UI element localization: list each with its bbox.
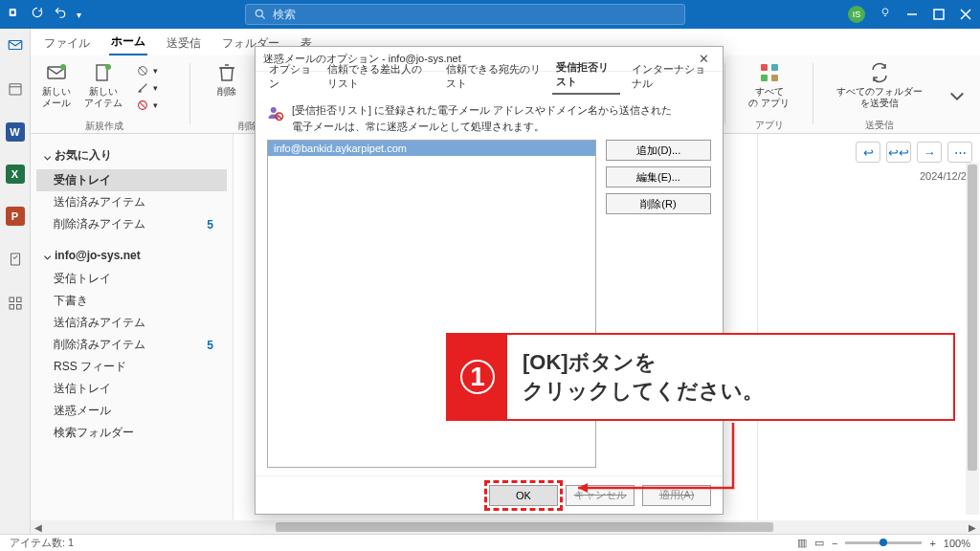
scrollbar-thumb[interactable]	[968, 165, 977, 471]
zoom-slider[interactable]	[845, 541, 922, 544]
excel-app-icon[interactable]: X	[6, 165, 25, 184]
new-item-button[interactable]: 新しいアイテム	[80, 59, 126, 111]
new-mail-icon	[45, 61, 68, 84]
dialog-tab-blocked[interactable]: 受信拒否リスト	[552, 56, 620, 95]
nav-acct-rss[interactable]: RSS フィード	[36, 356, 227, 378]
lightbulb-icon[interactable]	[879, 6, 892, 23]
nav-acct-deleted[interactable]: 削除済みアイテム5	[36, 334, 227, 356]
sendrecv-all-label: すべてのフォルダーを送受信	[836, 86, 923, 109]
nav-fav-sent[interactable]: 送信済みアイテム	[36, 191, 227, 213]
powerpoint-app-icon[interactable]: P	[6, 207, 25, 226]
word-app-icon[interactable]: W	[6, 122, 25, 142]
ribbon-small-ignore[interactable]: ▾	[132, 63, 170, 78]
nav-item-label: 送信済みアイテム	[54, 194, 145, 210]
cancel-button[interactable]: キャンセル	[566, 485, 635, 506]
clean-icon	[136, 81, 149, 95]
nav-item-label: 検索フォルダー	[54, 425, 134, 441]
avatar[interactable]: IS	[848, 6, 865, 23]
tab-home[interactable]: ホーム	[109, 30, 147, 55]
group-sendrecv-label: 送受信	[865, 119, 894, 132]
more-apps-icon[interactable]	[5, 293, 26, 314]
more-actions-button[interactable]: ⋯	[947, 142, 972, 163]
apply-button[interactable]: 適用(A)	[642, 485, 711, 506]
callout-text: [OK]ボタンを クリックしてください。	[507, 342, 779, 410]
close-button[interactable]	[959, 8, 972, 21]
favorites-header[interactable]: お気に入り	[36, 142, 227, 169]
ribbon-collapse-button[interactable]	[942, 84, 972, 107]
reply-all-button[interactable]: ↩↩	[886, 142, 911, 163]
svg-point-2	[256, 10, 262, 16]
dialog-tab-safe-senders[interactable]: 信頼できる差出人のリスト	[323, 58, 434, 95]
dialog-tab-safe-recipients[interactable]: 信頼できる宛先のリスト	[442, 58, 545, 95]
delete-button[interactable]: 削除	[210, 59, 244, 99]
message-date: 2024/12/25	[766, 170, 972, 182]
nav-acct-junk[interactable]: 迷惑メール	[36, 400, 227, 422]
svg-rect-6	[10, 84, 21, 95]
sync-icon[interactable]	[31, 6, 44, 23]
nav-item-label: 削除済みアイテム	[54, 216, 145, 232]
svg-point-15	[105, 64, 111, 70]
zoom-in[interactable]: +	[929, 538, 935, 549]
forward-button[interactable]: →	[917, 142, 942, 163]
ok-button[interactable]: OK	[489, 485, 558, 506]
search-icon	[254, 8, 267, 21]
nav-item-label: 迷惑メール	[54, 403, 111, 419]
favorites-header-label: お気に入り	[55, 147, 112, 164]
svg-point-28	[271, 107, 277, 113]
nav-fav-inbox[interactable]: 受信トレイ	[36, 169, 227, 191]
remove-button[interactable]: 削除(R)	[606, 193, 711, 214]
minimize-button[interactable]	[905, 8, 919, 21]
all-apps-label: すべての アプリ	[748, 86, 790, 109]
chevron-down-icon	[44, 249, 51, 262]
view-normal-icon[interactable]: ▥	[797, 537, 807, 549]
undo-icon[interactable]	[54, 6, 67, 23]
sendrecv-icon	[868, 61, 891, 84]
send-receive-all-button[interactable]: すべてのフォルダーを送受信	[833, 59, 926, 111]
nav-acct-drafts[interactable]: 下書き	[36, 290, 227, 312]
blocked-sender-icon	[267, 104, 284, 121]
vertical-scrollbar[interactable]	[966, 163, 979, 515]
tab-sendreceive[interactable]: 送受信	[165, 32, 203, 55]
dialog-tabs: オプション 信頼できる差出人のリスト 信頼できる宛先のリスト 受信拒否リスト イ…	[256, 72, 723, 95]
ribbon-small-clean[interactable]: ▾	[132, 80, 170, 96]
ribbon-small-junk[interactable]: ▾	[132, 98, 170, 113]
svg-rect-4	[934, 10, 944, 19]
nav-acct-searchfolders[interactable]: 検索フォルダー	[36, 422, 227, 444]
calendar-app-icon[interactable]	[5, 78, 26, 99]
nav-acct-outbox[interactable]: 送信トレイ	[36, 378, 227, 400]
zoom-slider-thumb[interactable]	[880, 539, 887, 546]
svg-rect-8	[10, 298, 14, 302]
new-mail-button[interactable]: 新しいメール	[38, 59, 75, 111]
scrollbar-thumb[interactable]	[276, 522, 773, 532]
svg-rect-11	[16, 305, 21, 310]
tab-file[interactable]: ファイル	[42, 32, 92, 55]
svg-rect-27	[771, 75, 778, 81]
all-apps-button[interactable]: すべての アプリ	[745, 59, 793, 111]
dialog-tab-options[interactable]: オプション	[265, 58, 316, 95]
zoom-out[interactable]: −	[832, 538, 837, 549]
nav-fav-deleted[interactable]: 削除済みアイテム5	[36, 213, 227, 235]
edit-button[interactable]: 編集(E)...	[606, 166, 711, 187]
nav-item-count: 5	[207, 339, 221, 352]
account-header[interactable]: info@jo-sys.net	[36, 243, 227, 268]
dialog-desc-line2: 電子メールは、常に迷惑メールとして処理されます。	[292, 119, 672, 135]
view-reading-icon[interactable]: ▭	[814, 537, 824, 549]
reply-button[interactable]: ↩	[856, 142, 880, 163]
nav-acct-inbox[interactable]: 受信トレイ	[36, 268, 227, 290]
nav-item-label: 削除済みアイテム	[54, 337, 145, 353]
nav-acct-sent[interactable]: 送信済みアイテム	[36, 312, 227, 334]
list-item[interactable]: info@bankid.aykarpipet.com	[268, 141, 595, 156]
search-input[interactable]: 検索	[245, 4, 685, 25]
ribbon-group-sendrecv: すべてのフォルダーを送受信 送受信	[833, 59, 926, 132]
maximize-button[interactable]	[932, 8, 946, 21]
todo-app-icon[interactable]	[5, 249, 26, 270]
callout-line2: クリックしてください。	[523, 377, 764, 406]
svg-point-13	[60, 64, 66, 70]
group-apps-label: アプリ	[755, 119, 784, 132]
mail-app-icon[interactable]	[5, 34, 26, 55]
dialog-tab-international[interactable]: インターナショナル	[628, 58, 713, 95]
add-button[interactable]: 追加(D)...	[606, 140, 711, 161]
new-item-icon	[92, 61, 115, 84]
nav-item-label: RSS フィード	[54, 359, 126, 375]
horizontal-scrollbar[interactable]: ◀ ▶	[31, 520, 980, 534]
